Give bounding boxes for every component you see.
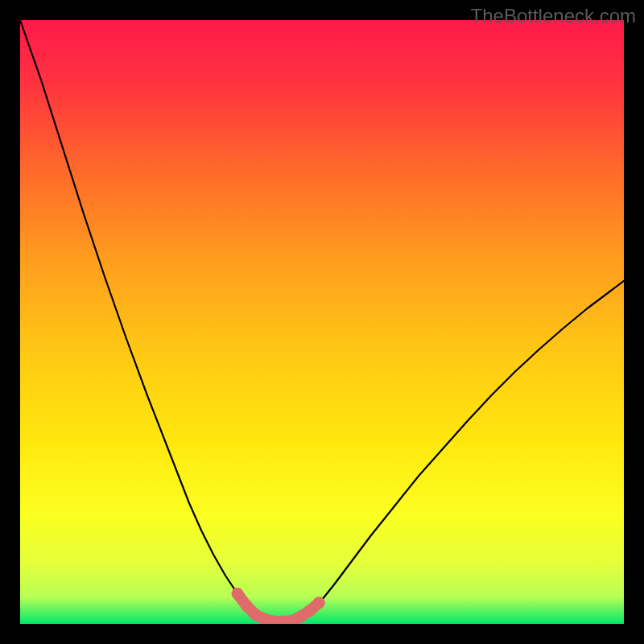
sweet-spot-dot	[232, 588, 244, 600]
plot-area	[20, 20, 624, 624]
gradient-bg	[20, 20, 624, 624]
watermark-text: TheBottleneck.com	[471, 5, 636, 27]
sweet-spot-dot	[241, 600, 253, 612]
chart-frame: TheBottleneck.com	[0, 0, 644, 644]
sweet-spot-dot	[313, 597, 325, 609]
plot-svg	[20, 20, 624, 624]
